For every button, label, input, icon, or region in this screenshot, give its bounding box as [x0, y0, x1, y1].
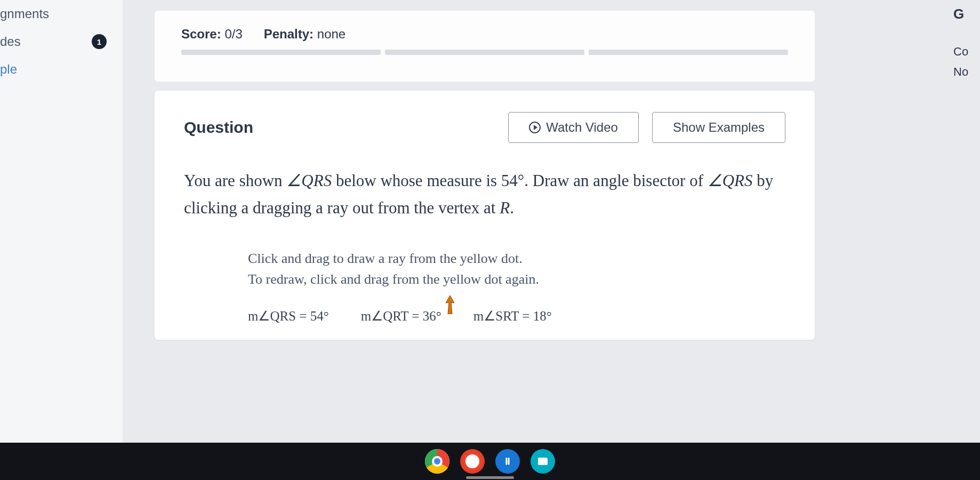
- vertex-r: R: [500, 198, 510, 217]
- sidebar-item-grades[interactable]: des 1: [0, 28, 123, 55]
- progress-segment: [385, 50, 584, 55]
- taskbar: ⏸: [0, 443, 980, 480]
- app-icon-blue[interactable]: ⏸: [495, 449, 520, 474]
- right-item[interactable]: G: [953, 3, 980, 26]
- score-bar: Score: 0/3 Penalty: none: [181, 27, 788, 42]
- angles-readout: m∠QRS = 54° m∠QRT = 36° m∠SRT = 18°: [248, 308, 785, 324]
- angle-measure: 54°: [501, 171, 524, 190]
- app-icon-red[interactable]: [460, 449, 485, 474]
- show-examples-label: Show Examples: [673, 120, 765, 135]
- penalty-label: Penalty: none: [264, 27, 346, 42]
- question-header: Question Watch Video Show Examples: [184, 112, 785, 143]
- drawing-instructions: Click and drag to draw a ray from the ye…: [248, 248, 785, 290]
- score-label: Score: 0/3: [181, 27, 243, 42]
- right-panel: G Co No: [953, 0, 980, 82]
- pause-icon: ⏸: [503, 456, 512, 467]
- question-heading: Question: [184, 118, 253, 137]
- sidebar-item-label: des: [0, 34, 21, 49]
- sidebar-item-label: gnments: [0, 6, 49, 21]
- question-card: Question Watch Video Show Examples You a…: [155, 91, 815, 340]
- app-icon-teal[interactable]: [531, 449, 555, 474]
- angle-qrt-measure: m∠QRT = 36°: [361, 308, 441, 324]
- instruction-line-2: To redraw, click and drag from the yello…: [248, 269, 785, 290]
- score-panel: Score: 0/3 Penalty: none: [155, 11, 815, 82]
- watch-video-label: Watch Video: [546, 120, 618, 135]
- sidebar-item-label: ple: [0, 62, 17, 77]
- sidebar-item-people[interactable]: ple: [0, 55, 123, 83]
- angle-qrs-measure: m∠QRS = 54°: [248, 308, 329, 324]
- watch-video-button[interactable]: Watch Video: [508, 112, 639, 143]
- header-buttons: Watch Video Show Examples: [508, 112, 785, 143]
- sidebar-item-assignments[interactable]: gnments: [0, 0, 123, 28]
- show-examples-button[interactable]: Show Examples: [652, 112, 785, 143]
- play-icon: [529, 122, 541, 133]
- chrome-app-icon[interactable]: [425, 449, 449, 474]
- question-text: You are shown ∠QRS below whose measure i…: [184, 167, 785, 221]
- progress-segment: [181, 50, 381, 55]
- taskbar-handle: [466, 476, 514, 479]
- angle-srt-measure: m∠SRT = 18°: [473, 308, 552, 324]
- progress-bar: [181, 50, 788, 66]
- right-item[interactable]: No: [953, 62, 980, 82]
- angle-qrs: ∠QRS: [286, 171, 332, 190]
- sidebar: gnments des 1 ple: [0, 0, 123, 480]
- progress-segment: [589, 50, 788, 55]
- instruction-line-1: Click and drag to draw a ray from the ye…: [248, 248, 785, 269]
- right-item[interactable]: Co: [953, 42, 980, 62]
- angle-qrs-2: ∠QRS: [708, 171, 753, 190]
- notification-badge: 1: [92, 34, 107, 49]
